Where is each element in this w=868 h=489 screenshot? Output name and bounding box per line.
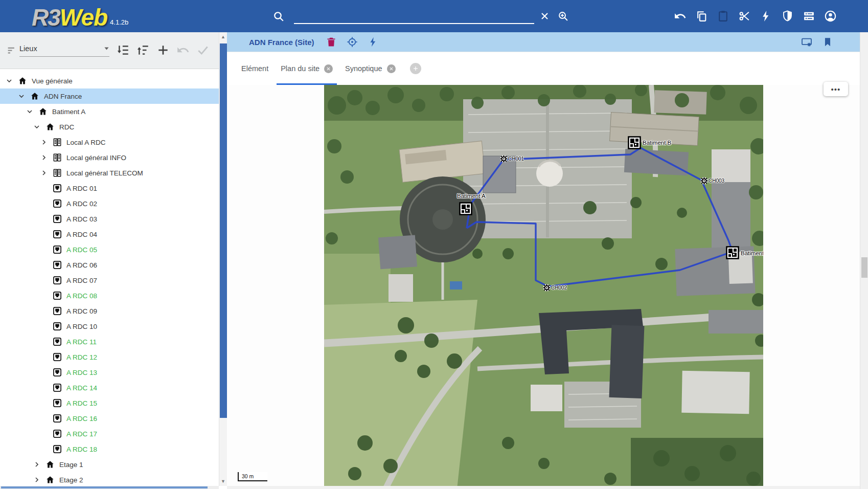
delete-button[interactable] <box>326 36 337 48</box>
tree-item-a-rdc-07[interactable]: A RDC 07 <box>0 273 219 288</box>
zoom-search-button[interactable] <box>557 10 569 22</box>
copy-button[interactable] <box>695 10 708 23</box>
chevron-right-icon[interactable] <box>40 169 48 177</box>
scroll-down-icon[interactable]: ▼ <box>219 479 227 484</box>
tree-item-a-rdc-18[interactable]: A RDC 18 <box>0 441 219 457</box>
chevron-down-icon[interactable] <box>5 77 13 85</box>
tree-type-value: Lieux <box>19 45 37 53</box>
chevron-down-icon[interactable] <box>33 123 41 131</box>
building-marker-batiment-c[interactable]: Batiment C <box>726 246 739 259</box>
tree-item-batiment-a[interactable]: Batiment A <box>0 104 219 119</box>
confirm-button[interactable] <box>196 43 210 57</box>
tree-item-local-g-n-ral-info[interactable]: Local général INFO <box>0 150 219 165</box>
tree-item-adn-france[interactable]: ADN France <box>0 88 219 104</box>
tree-item-a-rdc-08[interactable]: A RDC 08 <box>0 288 219 303</box>
chamber-marker-ch002[interactable]: CH002 <box>543 284 551 292</box>
display-settings-button[interactable] <box>801 36 812 48</box>
impact-button[interactable] <box>368 36 379 48</box>
sidebar-toolbar: Lieux <box>0 32 219 69</box>
chamber-marker-ch003[interactable]: CH003 <box>700 177 708 185</box>
tree-item-vue-g-n-rale[interactable]: Vue générale <box>0 73 219 88</box>
tree-item-label: A RDC 05 <box>66 246 97 254</box>
location-tree: Vue généraleADN FranceBatiment ARDCLocal… <box>0 73 219 486</box>
tab-synoptique[interactable]: Synoptique <box>339 52 402 85</box>
tree-item-local-a-rdc[interactable]: Local A RDC <box>0 135 219 150</box>
tree-item-a-rdc-13[interactable]: A RDC 13 <box>0 365 219 380</box>
sidebar-scrollbar[interactable]: ▲ ▼ <box>219 32 227 486</box>
cut-button[interactable] <box>738 10 751 23</box>
global-search <box>272 0 569 32</box>
tree-item-etage-2[interactable]: Etage 2 <box>0 472 219 486</box>
tree-item-etage-1[interactable]: Etage 1 <box>0 457 219 472</box>
scroll-up-icon[interactable]: ▲ <box>219 34 227 39</box>
logo-r3: R3 <box>32 3 60 32</box>
tree-item-a-rdc-14[interactable]: A RDC 14 <box>0 380 219 395</box>
chevron-right-icon[interactable] <box>33 460 41 469</box>
tree-item-a-rdc-06[interactable]: A RDC 06 <box>0 257 219 273</box>
chevron-down-icon[interactable] <box>26 107 34 116</box>
add-tab-button[interactable] <box>410 63 421 74</box>
tree-item-a-rdc-09[interactable]: A RDC 09 <box>0 303 219 319</box>
search-input[interactable] <box>294 9 534 24</box>
chevron-down-icon[interactable] <box>17 92 26 100</box>
tree-item-label: RDC <box>59 123 74 131</box>
expand-all-button[interactable] <box>117 43 130 57</box>
building-marker-batiment-b[interactable]: Batiment B <box>628 136 641 149</box>
page-scroll-thumb[interactable] <box>861 257 867 278</box>
element-header: ADN France (Site) <box>227 32 860 52</box>
tree-item-a-rdc-15[interactable]: A RDC 15 <box>0 395 219 411</box>
add-button[interactable] <box>156 43 170 57</box>
home-icon <box>45 475 55 484</box>
tree-item-rdc[interactable]: RDC <box>0 119 219 135</box>
tree-item-a-rdc-02[interactable]: A RDC 02 <box>0 196 219 211</box>
sort-icon[interactable] <box>7 46 17 56</box>
outlet-icon <box>53 444 62 454</box>
locate-button[interactable] <box>347 36 358 48</box>
security-button[interactable] <box>781 10 794 23</box>
undo-button[interactable] <box>674 10 687 23</box>
sidebar-hscrollbar[interactable] <box>0 486 219 489</box>
sidebar: Lieux Vue généraleADN FranceBatiment ARD… <box>0 32 219 486</box>
sidebar-scroll-thumb[interactable] <box>220 43 227 418</box>
close-tab-icon[interactable] <box>387 64 396 73</box>
paste-button[interactable] <box>717 10 729 23</box>
rack-view-button[interactable] <box>803 10 815 23</box>
building-marker-batiment-a[interactable]: Batiment A <box>459 202 472 215</box>
user-account-button[interactable] <box>824 10 837 23</box>
tab-plan-du-site[interactable]: Plan du site <box>275 52 339 85</box>
tree-item-a-rdc-03[interactable]: A RDC 03 <box>0 211 219 227</box>
tree-item-a-rdc-16[interactable]: A RDC 16 <box>0 411 219 426</box>
collapse-all-button[interactable] <box>136 43 150 57</box>
tree-item-local-g-n-ral-telecom[interactable]: Local général TELECOM <box>0 165 219 181</box>
tree-type-select[interactable]: Lieux <box>19 45 109 57</box>
chevron-spacer <box>40 215 48 223</box>
tree-item-a-rdc-05[interactable]: A RDC 05 <box>0 242 219 257</box>
undo-button[interactable] <box>176 43 190 57</box>
chevron-spacer <box>40 246 48 254</box>
tree-item-a-rdc-17[interactable]: A RDC 17 <box>0 426 219 441</box>
sidebar-hscroll-thumb[interactable] <box>1 486 208 488</box>
main-hscrollbar[interactable] <box>227 486 860 489</box>
chevron-right-icon[interactable] <box>40 153 48 162</box>
bookmark-button[interactable] <box>822 36 833 48</box>
chevron-spacer <box>40 384 48 392</box>
clear-search-button[interactable] <box>540 11 550 21</box>
chevron-right-icon[interactable] <box>33 476 41 484</box>
tab-el-ment[interactable]: Elément <box>235 52 275 85</box>
site-map[interactable]: Batiment ABatiment BBatiment CCH001CH002… <box>324 85 763 486</box>
tree-item-a-rdc-11[interactable]: A RDC 11 <box>0 334 219 349</box>
chevron-right-icon[interactable] <box>40 138 48 146</box>
map-more-button[interactable]: ••• <box>824 82 848 96</box>
home-icon <box>18 76 27 85</box>
tree-item-a-rdc-12[interactable]: A RDC 12 <box>0 349 219 365</box>
close-tab-icon[interactable] <box>324 64 333 73</box>
tree-item-label: A RDC 12 <box>66 353 97 361</box>
tree-item-a-rdc-01[interactable]: A RDC 01 <box>0 181 219 196</box>
chamber-marker-ch001[interactable]: CH001 <box>500 155 508 163</box>
page-scrollbar[interactable] <box>860 32 868 489</box>
chevron-spacer <box>40 353 48 361</box>
tree-item-a-rdc-10[interactable]: A RDC 10 <box>0 319 219 334</box>
page-title: ADN France (Site) <box>249 38 314 47</box>
tree-item-a-rdc-04[interactable]: A RDC 04 <box>0 227 219 242</box>
impact-button[interactable] <box>760 10 772 23</box>
